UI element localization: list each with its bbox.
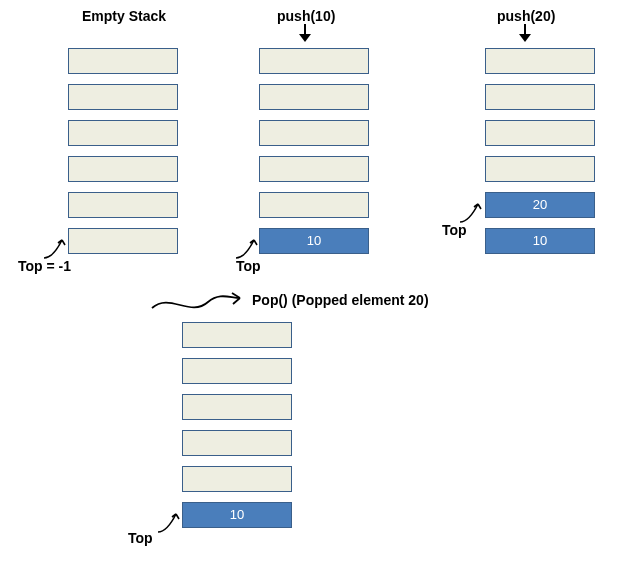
stack-push20: 20 10 [485, 48, 595, 264]
down-arrow-icon [299, 24, 311, 42]
title-push20: push(20) [497, 8, 555, 24]
stack-cell [259, 84, 369, 110]
pointer-curve-icon [458, 198, 486, 224]
stack-cell [259, 48, 369, 74]
stack-cell [485, 120, 595, 146]
stack-cell [485, 48, 595, 74]
stack-cell [68, 84, 178, 110]
stack-cell: 10 [182, 502, 292, 528]
top-label-push10: Top [236, 258, 261, 274]
stack-cell [182, 322, 292, 348]
stack-cell [182, 466, 292, 492]
stack-cell [68, 156, 178, 182]
title-pop: Pop() (Popped element 20) [252, 292, 429, 308]
stack-cell [68, 48, 178, 74]
pointer-curve-icon [42, 234, 70, 260]
stack-cell [68, 228, 178, 254]
stack-pop: 10 [182, 322, 292, 538]
pointer-curve-icon [156, 508, 184, 534]
title-push10: push(10) [277, 8, 335, 24]
stack-cell: 10 [485, 228, 595, 254]
stack-cell [182, 394, 292, 420]
top-label-pop: Top [128, 530, 153, 546]
stack-cell [485, 156, 595, 182]
stack-cell: 20 [485, 192, 595, 218]
down-arrow-icon [519, 24, 531, 42]
pop-arrow-icon [150, 288, 250, 318]
stack-cell [182, 358, 292, 384]
stack-cell [68, 120, 178, 146]
stack-empty [68, 48, 178, 264]
title-empty-stack: Empty Stack [82, 8, 166, 24]
top-label-empty: Top = -1 [18, 258, 71, 274]
stack-cell [259, 156, 369, 182]
stack-cell: 10 [259, 228, 369, 254]
pointer-curve-icon [234, 234, 262, 260]
stack-cell [259, 120, 369, 146]
stack-cell [485, 84, 595, 110]
stack-cell [182, 430, 292, 456]
stack-cell [259, 192, 369, 218]
stack-push10: 10 [259, 48, 369, 264]
top-label-push20: Top [442, 222, 467, 238]
stack-cell [68, 192, 178, 218]
